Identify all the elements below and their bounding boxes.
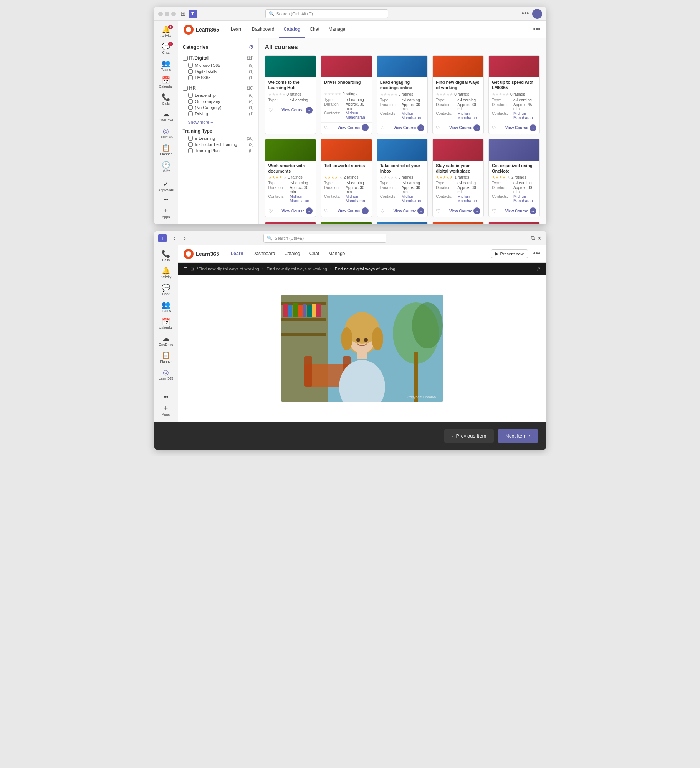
nav-link-dashboard[interactable]: Dashboard [247,21,279,38]
breadcrumb-bookmark-icon[interactable]: ⊞ [190,267,194,272]
view-course-btn-1[interactable]: View Course → [281,107,313,114]
view-course-btn-6[interactable]: View Course → [281,207,313,214]
nav-link-learn[interactable]: Learn [226,21,247,38]
sidebar2-item-calls[interactable]: 📞 Calls [156,248,176,264]
filter-settings-icon[interactable]: ⚙ [249,44,254,50]
sidebar-item-shifts[interactable]: 🕐 Shifts [156,159,176,175]
sidebar-item-planner[interactable]: 📋 Planner [156,142,176,158]
view-course-btn-4[interactable]: View Course → [449,124,480,131]
sidebar-item-chat[interactable]: 💬 3 Chat [156,41,176,57]
nav-forward-button[interactable]: › [180,234,190,243]
heart-icon-7[interactable]: ♡ [324,208,329,214]
sidebar2-item-planner[interactable]: 📋 Planner [156,350,176,366]
waffle-icon[interactable]: ⊞ [180,10,185,17]
course-card-8[interactable]: Take control of your inbox ★★★★★ 0 ratin… [377,139,428,217]
view-course-btn-9[interactable]: View Course → [449,207,480,214]
filter-checkbox-hr[interactable] [183,86,188,91]
filter-checkbox-tp[interactable] [188,148,193,153]
course-card-9[interactable]: Stay safe in your digital workplace ★★★★… [432,139,484,217]
nav-more-1[interactable]: ••• [533,25,541,33]
show-more-link[interactable]: Show more + [183,120,254,124]
sidebar-item-learn365[interactable]: ◎ Learn365 [156,125,176,141]
next-item-button[interactable]: Next item › [498,429,538,443]
nav2-more[interactable]: ••• [533,250,541,258]
course-card-1[interactable]: Welcome to the Learning Hub ★★★★★ 0 rati… [265,55,316,134]
filter-checkbox-it[interactable] [183,56,188,61]
nav-link-chat[interactable]: Chat [305,21,324,38]
card-header-10 [489,139,539,161]
nav2-link-dashboard[interactable]: Dashboard [248,245,280,262]
breadcrumb-menu-icon[interactable]: ☰ [184,267,187,272]
filter-checkbox-ms365[interactable] [188,63,193,68]
view-course-btn-10[interactable]: View Course → [505,207,536,214]
course-card-14[interactable]: Rebranding ★★★★★ 0 ratings Type:Instruct… [432,222,484,224]
sidebar2-item-more[interactable]: ••• [156,393,176,402]
nav2-link-chat[interactable]: Chat [305,245,324,262]
heart-icon-4[interactable]: ♡ [436,125,440,131]
nav2-link-learn[interactable]: Learn [226,245,248,262]
nav-link-manage[interactable]: Manage [324,21,350,38]
course-card-13[interactable]: Teams deep dive for team owners ★★★★★ 0 … [377,222,428,224]
heart-icon-5[interactable]: ♡ [492,125,496,131]
filter-checkbox-elearn[interactable] [188,136,193,141]
filter-checkbox-ilt[interactable] [188,142,193,147]
view-course-btn-7[interactable]: View Course → [338,207,369,214]
sidebar-item-more[interactable]: ••• [156,195,176,204]
sidebar-item-approvals[interactable]: ✓ Approvals [156,178,176,194]
nav-link-catalog[interactable]: Catalog [279,21,305,38]
previous-item-button[interactable]: ‹ Previous item [444,429,494,443]
nav2-link-manage[interactable]: Manage [324,245,349,262]
filter-checkbox-lead[interactable] [188,93,193,98]
course-card-2[interactable]: Driver onboarding ★★★★★ 0 ratings Type:e… [321,55,372,134]
filter-checkbox-co[interactable] [188,99,193,104]
heart-icon-1[interactable]: ♡ [268,107,273,113]
course-card-15[interactable]: Customer Relationship Management – 101 ★… [488,222,540,224]
filter-checkbox-dr[interactable] [188,111,193,116]
view-course-btn-8[interactable]: View Course → [393,207,424,214]
title-bar-more[interactable]: ••• [522,10,529,18]
title-bar-search[interactable]: 🔍 Search (Ctrl+Alt+E) [265,9,388,18]
present-now-button[interactable]: ▶ Present now [491,249,528,258]
filter-checkbox-nc[interactable] [188,105,193,110]
heart-icon-10[interactable]: ♡ [492,208,496,214]
restore-icon[interactable]: ⧉ [531,235,535,241]
filter-checkbox-ds[interactable] [188,69,193,74]
view-course-btn-2[interactable]: View Course → [338,124,369,131]
sidebar2-item-activity[interactable]: 🔔 Activity [156,265,176,281]
course-card-11[interactable]: Enhance teamwork using Teams ★★★★★ 1 rat… [265,222,316,224]
nav2-link-catalog[interactable]: Catalog [280,245,304,262]
course-card-5[interactable]: Get up to speed with LMS365 ★★★★★ 0 rati… [488,55,540,134]
filter-item-digital-skills: Digital skills (1) [183,68,254,75]
sidebar-item-onedrive[interactable]: ☁ OneDrive [156,108,176,124]
sidebar2-item-chat[interactable]: 💬 Chat [156,282,176,298]
heart-icon-8[interactable]: ♡ [380,208,385,214]
sidebar-item-calendar[interactable]: 📅 Calendar [156,75,176,91]
sidebar2-item-onedrive[interactable]: ☁ OneDrive [156,333,176,349]
course-card-6[interactable]: Work smarter with documents ★★★★★ 1 rati… [265,139,316,217]
course-card-10[interactable]: Get organized using OneNote ★★★★★ 2 rati… [488,139,540,217]
sidebar-item-calls[interactable]: 📞 Calls [156,91,176,108]
filter-checkbox-lms[interactable] [188,75,193,80]
heart-icon-6[interactable]: ♡ [268,208,273,214]
expand-icon[interactable]: ⤢ [536,266,541,272]
heart-icon-9[interactable]: ♡ [436,208,440,214]
course-card-12[interactable]: Connect and Communicate using Teams ★★★★… [321,222,372,224]
view-course-btn-5[interactable]: View Course → [505,124,536,131]
sidebar-item-activity[interactable]: 🔔 4 Activity [156,24,176,40]
sidebar2-item-apps[interactable]: + Apps [156,403,176,419]
sidebar2-item-learn365[interactable]: ◎ Learn365 [156,367,176,383]
sidebar2-item-teams[interactable]: 👥 Teams [156,299,176,315]
heart-icon-3[interactable]: ♡ [380,125,385,131]
close-icon-2[interactable]: ✕ [537,235,542,241]
sidebar-item-apps[interactable]: + Apps [156,205,176,221]
sidebar2-item-calendar[interactable]: 📅 Calendar [156,316,176,332]
user-avatar[interactable]: U [532,9,542,19]
course-card-7[interactable]: Tell powerful stories ★★★★★ 2 ratings Ty… [321,139,372,217]
nav-back-button[interactable]: ‹ [170,234,179,243]
course-card-4[interactable]: Find new digital ways of working ★★★★★ 0… [432,55,484,134]
sidebar-item-teams[interactable]: 👥 Teams [156,58,176,74]
title-bar-search-2[interactable]: 🔍 Search (Ctrl+E) [263,234,386,243]
heart-icon-2[interactable]: ♡ [324,125,329,131]
course-card-3[interactable]: Lead engaging meetings online ★★★★★ 0 ra… [377,55,428,134]
view-course-btn-3[interactable]: View Course → [393,124,424,131]
